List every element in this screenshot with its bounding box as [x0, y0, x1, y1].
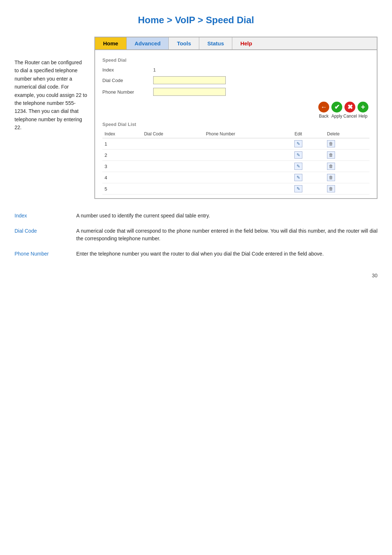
index-value: 1	[153, 67, 156, 73]
row-dial-code	[142, 183, 204, 195]
edit-icon[interactable]: ✎	[294, 163, 302, 170]
row-edit[interactable]: ✎	[292, 161, 325, 172]
cancel-button[interactable]: ✖	[344, 102, 355, 113]
row-index: 5	[102, 183, 142, 195]
dial-code-label: Dial Code	[102, 78, 153, 83]
index-label: Index	[102, 67, 153, 73]
desc-row-index: Index A number used to identify the curr…	[15, 212, 377, 220]
delete-icon[interactable]: 🗑	[327, 174, 335, 181]
speed-dial-table: Index Dial Code Phone Number Edit Delete…	[102, 130, 369, 195]
nav-help[interactable]: Help	[232, 37, 260, 49]
phone-number-input[interactable]	[153, 88, 226, 96]
row-dial-code	[142, 150, 204, 161]
back-label: Back	[317, 114, 330, 119]
right-panel: Home Advanced Tools Status Help Speed Di…	[94, 37, 377, 199]
bottom-descriptions: Index A number used to identify the curr…	[15, 212, 377, 258]
desc-def-phonenumber: Enter the telephone number you want the …	[76, 250, 377, 258]
delete-icon[interactable]: 🗑	[327, 140, 335, 147]
row-edit[interactable]: ✎	[292, 150, 325, 161]
desc-def-index: A number used to identify the current sp…	[76, 212, 377, 220]
desc-term-phonenumber: Phone Number	[15, 250, 76, 258]
help-button[interactable]: +	[358, 102, 368, 113]
col-index: Index	[102, 130, 142, 138]
row-index: 4	[102, 172, 142, 183]
apply-label: Apply	[330, 114, 343, 119]
row-delete[interactable]: 🗑	[325, 183, 369, 195]
row-dial-code	[142, 138, 204, 150]
form-panel: Speed Dial Index 1 Dial Code Phone Numbe…	[94, 50, 377, 199]
table-row: 5✎🗑	[102, 183, 369, 195]
row-dial-code	[142, 172, 204, 183]
table-row: 2✎🗑	[102, 150, 369, 161]
dial-code-row: Dial Code	[102, 76, 369, 84]
table-row: 4✎🗑	[102, 172, 369, 183]
speed-dial-list-title: Speed Dial List	[102, 122, 369, 127]
row-delete[interactable]: 🗑	[325, 172, 369, 183]
delete-icon[interactable]: 🗑	[327, 185, 335, 192]
row-index: 1	[102, 138, 142, 150]
left-description: The Router can be configured to dial a s…	[15, 37, 94, 199]
nav-bar: Home Advanced Tools Status Help	[94, 37, 377, 50]
nav-tools[interactable]: Tools	[169, 37, 199, 49]
row-delete[interactable]: 🗑	[325, 150, 369, 161]
row-index: 3	[102, 161, 142, 172]
row-phone-number	[204, 183, 292, 195]
nav-home[interactable]: Home	[95, 37, 127, 49]
row-phone-number	[204, 150, 292, 161]
delete-icon[interactable]: 🗑	[327, 151, 335, 159]
nav-advanced[interactable]: Advanced	[127, 37, 169, 49]
page-number: 30	[15, 273, 377, 278]
row-index: 2	[102, 150, 142, 161]
page-title: Home > VoIP > Speed Dial	[15, 15, 377, 26]
col-phone-number: Phone Number	[204, 130, 292, 138]
speed-dial-section-title: Speed Dial	[102, 57, 369, 63]
row-phone-number	[204, 172, 292, 183]
cancel-label: Cancel	[343, 114, 356, 119]
col-edit: Edit	[292, 130, 325, 138]
edit-icon[interactable]: ✎	[294, 174, 302, 181]
edit-icon[interactable]: ✎	[294, 151, 302, 159]
desc-term-index: Index	[15, 212, 76, 220]
phone-number-row: Phone Number	[102, 88, 369, 96]
nav-status[interactable]: Status	[199, 37, 232, 49]
row-dial-code	[142, 161, 204, 172]
row-edit[interactable]: ✎	[292, 183, 325, 195]
delete-icon[interactable]: 🗑	[327, 163, 335, 170]
action-label-row: Back Apply Cancel Help	[317, 114, 369, 119]
back-button[interactable]: ←	[318, 102, 329, 113]
index-row: Index 1	[102, 67, 369, 73]
table-row: 1✎🗑	[102, 138, 369, 150]
col-delete: Delete	[325, 130, 369, 138]
row-phone-number	[204, 138, 292, 150]
help-label: Help	[356, 114, 369, 119]
row-phone-number	[204, 161, 292, 172]
row-edit[interactable]: ✎	[292, 138, 325, 150]
edit-icon[interactable]: ✎	[294, 185, 302, 192]
edit-icon[interactable]: ✎	[294, 140, 302, 147]
apply-button[interactable]: ✔	[331, 102, 342, 113]
dial-code-input[interactable]	[153, 76, 226, 84]
desc-def-dialcode: A numerical code that will correspond to…	[76, 227, 377, 243]
desc-term-dialcode: Dial Code	[15, 227, 76, 243]
action-icons: ← ✔ ✖ +	[318, 102, 368, 113]
desc-row-phonenumber: Phone Number Enter the telephone number …	[15, 250, 377, 258]
action-row: ← ✔ ✖ + Back Apply Cancel Help	[102, 102, 369, 119]
row-delete[interactable]: 🗑	[325, 161, 369, 172]
row-delete[interactable]: 🗑	[325, 138, 369, 150]
table-row: 3✎🗑	[102, 161, 369, 172]
desc-row-dialcode: Dial Code A numerical code that will cor…	[15, 227, 377, 243]
phone-number-label: Phone Number	[102, 89, 153, 95]
row-edit[interactable]: ✎	[292, 172, 325, 183]
col-dial-code: Dial Code	[142, 130, 204, 138]
